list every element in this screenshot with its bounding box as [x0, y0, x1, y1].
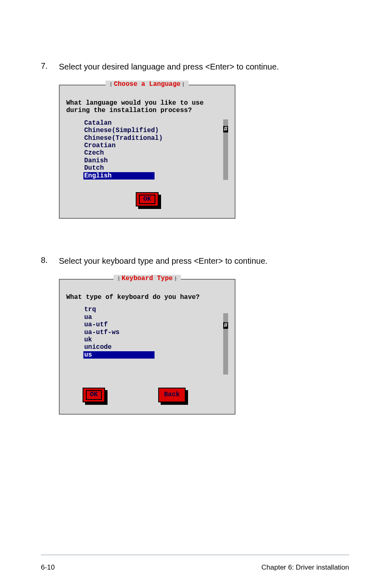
- step-text: Select your keyboard type and press <Ent…: [59, 256, 267, 267]
- list-item[interactable]: Danish: [83, 157, 164, 164]
- scrollbar-thumb[interactable]: #: [223, 126, 228, 132]
- title-tick-icon: [110, 82, 111, 87]
- list-item-selected[interactable]: us: [83, 351, 155, 359]
- language-dialog-title-bar: Choose a Language: [105, 81, 188, 88]
- list-item[interactable]: ua-utf-ws: [83, 329, 155, 336]
- list-item[interactable]: unicode: [83, 343, 155, 351]
- list-item[interactable]: Catalan: [83, 119, 164, 127]
- step-8: 8. Select your keyboard type and press <…: [41, 256, 349, 267]
- step-7: 7. Select your desired language and pres…: [41, 61, 349, 72]
- chapter-title: Chapter 6: Driver installation: [262, 563, 349, 572]
- keyboard-list[interactable]: trq ua ua-utf ua-utf-ws uk unicode us: [66, 306, 155, 366]
- page-footer: 6-10 Chapter 6: Driver installation: [41, 563, 349, 572]
- ok-button-label: OK: [139, 195, 155, 204]
- title-tick-icon: [119, 276, 119, 281]
- language-list[interactable]: Catalan Chinese(Simplified) Chinese(Trad…: [66, 119, 164, 180]
- scrollbar-thumb[interactable]: #: [223, 322, 228, 329]
- list-item[interactable]: Dutch: [83, 164, 164, 172]
- keyboard-dialog-wrap: Keyboard Type What type of keyboard do y…: [59, 279, 349, 415]
- language-dialog: Choose a Language What language would yo…: [59, 85, 235, 219]
- list-item[interactable]: Chinese(Traditional): [83, 135, 164, 142]
- title-tick-icon: [175, 276, 176, 281]
- language-dialog-title: Choose a Language: [114, 81, 180, 88]
- back-button-label: Back: [161, 390, 182, 399]
- list-item[interactable]: uk: [83, 336, 155, 343]
- language-prompt: What language would you like to use duri…: [66, 99, 228, 114]
- step-number: 7.: [41, 61, 59, 71]
- language-dialog-wrap: Choose a Language What language would yo…: [59, 85, 349, 219]
- keyboard-prompt: What type of keyboard do you have?: [66, 294, 228, 301]
- list-item[interactable]: Croatian: [83, 142, 164, 149]
- title-tick-icon: [183, 82, 184, 87]
- list-item[interactable]: ua-utf: [83, 321, 155, 328]
- keyboard-dialog: Keyboard Type What type of keyboard do y…: [59, 279, 235, 415]
- ok-button-label: OK: [86, 390, 102, 399]
- ok-button[interactable]: OK: [83, 388, 105, 402]
- list-item[interactable]: Chinese(Simplified): [83, 127, 164, 134]
- list-item[interactable]: trq: [83, 306, 155, 313]
- keyboard-dialog-title-bar: Keyboard Type: [114, 275, 181, 282]
- scrollbar[interactable]: #: [223, 119, 228, 180]
- footer-divider: [41, 554, 349, 555]
- document-page: 7. Select your desired language and pres…: [0, 0, 390, 588]
- list-item[interactable]: ua: [83, 314, 155, 321]
- step-number: 8.: [41, 256, 59, 265]
- ok-button[interactable]: OK: [136, 192, 158, 206]
- step-text: Select your desired language and press <…: [59, 61, 279, 72]
- keyboard-dialog-title: Keyboard Type: [122, 275, 173, 282]
- back-button[interactable]: Back: [158, 388, 185, 402]
- page-number: 6-10: [41, 563, 55, 572]
- list-item[interactable]: Czech: [83, 149, 164, 157]
- scrollbar[interactable]: #: [223, 313, 228, 375]
- list-item-selected[interactable]: English: [83, 172, 155, 180]
